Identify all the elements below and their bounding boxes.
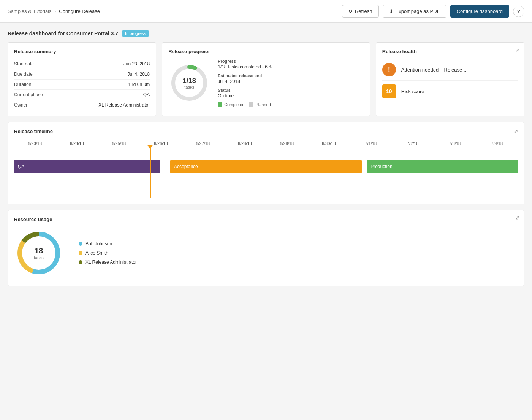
expand-icon[interactable]: ⤢ (515, 47, 519, 53)
breadcrumb-current: Configure Release (59, 8, 100, 14)
resource-body: 18 tasks Bob Johnson Alice Smith XL Rele… (14, 228, 518, 278)
phase-label: Current phase (14, 92, 43, 97)
dashboard-title-row: Release dashboard for Consumer Portal 3.… (8, 30, 524, 37)
timeline-expand-icon[interactable]: ⤢ (514, 129, 518, 134)
date-5: 6/28/18 (224, 139, 266, 148)
help-button[interactable]: ? (513, 6, 524, 17)
date-1: 6/24/18 (56, 139, 98, 148)
date-11: 7/4/18 (476, 139, 518, 148)
export-button[interactable]: ⬇ Export page as PDF (383, 5, 446, 18)
timeline-bar-acceptance[interactable]: Acceptance (170, 160, 362, 173)
date-9: 7/2/18 (392, 139, 434, 148)
legend-completed: Completed (218, 102, 244, 107)
resource-title: Resource usage (14, 216, 52, 222)
owner-value: XL Release Administrator (98, 102, 150, 108)
date-10: 7/3/18 (434, 139, 476, 148)
progress-donut: 1/18 tasks (168, 62, 210, 104)
main-content: Release dashboard for Consumer Portal 3.… (0, 23, 532, 294)
risk-score-label: Risk score (401, 89, 424, 94)
qa-label: QA (18, 164, 24, 169)
completed-dot (218, 102, 222, 107)
status-value: On time (218, 93, 364, 99)
estimated-label: Estimated release end (218, 73, 364, 78)
download-icon: ⬇ (389, 8, 393, 14)
timeline-marker-line (150, 145, 151, 198)
date-3: 6/26/18 (140, 139, 182, 148)
release-health-card: Release health ⤢ ! Attention needed – Re… (376, 42, 524, 116)
legend-admin: XL Release Administrator (79, 259, 137, 265)
header-actions: ↺ Refresh ⬇ Export page as PDF Configure… (342, 5, 524, 18)
resource-legend: Bob Johnson Alice Smith XL Release Admin… (79, 241, 137, 265)
alice-dot (79, 251, 82, 255)
resource-count: 18 (34, 247, 44, 255)
risk-score-box: 10 (382, 84, 396, 98)
duedate-value: Jul 4, 2018 (127, 72, 150, 77)
alice-label: Alice Smith (86, 250, 108, 256)
summary-row-phase: Current phase QA (14, 90, 150, 100)
alert-icon: ! (382, 63, 396, 76)
release-timeline-card: Release timeline ⤢ 6/23/18 6/24/18 6/25/… (8, 122, 524, 204)
timeline-body: QA Acceptance Production (14, 148, 518, 198)
risk-score-value: 10 (386, 88, 392, 94)
date-6: 6/29/18 (266, 139, 308, 148)
top-cards-row: Release summary Start date Jun 23, 2018 … (8, 42, 524, 116)
breadcrumb-parent[interactable]: Samples & Tutorials (8, 8, 52, 14)
release-progress-title: Release progress (168, 49, 364, 54)
progress-value: 1/18 tasks completed - 6% (218, 64, 364, 70)
acceptance-label: Acceptance (174, 164, 198, 169)
resource-donut: 18 tasks (14, 228, 63, 278)
admin-dot (79, 260, 82, 264)
planned-dot (249, 102, 253, 107)
startdate-label: Start date (14, 61, 34, 67)
resource-expand-icon[interactable]: ⤢ (515, 215, 519, 221)
bob-label: Bob Johnson (86, 241, 112, 247)
bob-dot (79, 242, 82, 246)
progress-donut-text: 1/18 tasks (183, 77, 196, 89)
progress-legend: Completed Planned (218, 102, 364, 107)
duration-value: 11d 0h 0m (128, 82, 150, 87)
progress-label: Progress (218, 59, 364, 64)
date-4: 6/27/18 (182, 139, 224, 148)
date-8: 7/1/18 (350, 139, 392, 148)
legend-bob: Bob Johnson (79, 241, 137, 247)
timeline-header: Release timeline ⤢ (14, 129, 518, 134)
progress-info: Progress 1/18 tasks completed - 6% Estim… (218, 59, 364, 107)
refresh-icon: ↺ (348, 8, 353, 14)
configure-button[interactable]: Configure dashboard (450, 5, 509, 18)
risk-score-row: 10 Risk score (382, 81, 518, 102)
phase-value: QA (143, 92, 150, 97)
progress-stat-status: Status On time (218, 88, 364, 99)
owner-label: Owner (14, 102, 27, 108)
completed-label: Completed (224, 102, 244, 107)
progress-stat-estimated: Estimated release end Jul 4, 2018 (218, 73, 364, 84)
startdate-value: Jun 23, 2018 (124, 61, 150, 67)
estimated-value: Jul 4, 2018 (218, 79, 364, 84)
production-label: Production (370, 164, 392, 169)
release-health-title: Release health (382, 49, 518, 54)
summary-rows: Start date Jun 23, 2018 Due date Jul 4, … (14, 59, 150, 110)
attention-text: Attention needed – Release ... (401, 67, 468, 73)
admin-label: XL Release Administrator (86, 259, 137, 265)
release-summary-card: Release summary Start date Jun 23, 2018 … (8, 42, 156, 116)
duration-label: Duration (14, 82, 31, 87)
summary-row-duedate: Due date Jul 4, 2018 (14, 69, 150, 80)
resource-donut-text: 18 tasks (34, 247, 44, 260)
summary-row-duration: Duration 11d 0h 0m (14, 80, 150, 90)
breadcrumb: Samples & Tutorials › Configure Release (8, 8, 100, 14)
date-7: 6/30/18 (308, 139, 350, 148)
resource-usage-card: Resource usage ⤢ 18 tasks (8, 210, 524, 286)
dashboard-title: Release dashboard for Consumer Portal 3.… (8, 30, 118, 37)
timeline-title: Release timeline (14, 129, 53, 134)
legend-planned: Planned (249, 102, 271, 107)
attention-row: ! Attention needed – Release ... (382, 59, 518, 81)
release-summary-title: Release summary (14, 49, 150, 54)
date-2: 6/25/18 (98, 139, 140, 148)
timeline-grid: 6/23/18 6/24/18 6/25/18 6/26/18 6/27/18 … (14, 139, 518, 198)
breadcrumb-sep: › (55, 9, 56, 14)
donut-count: 1/18 (183, 77, 196, 85)
timeline-bar-production[interactable]: Production (367, 160, 518, 173)
timeline-bar-qa[interactable]: QA (14, 160, 160, 173)
timeline-dates: 6/23/18 6/24/18 6/25/18 6/26/18 6/27/18 … (14, 139, 518, 148)
donut-label: tasks (183, 85, 196, 89)
refresh-button[interactable]: ↺ Refresh (342, 5, 379, 18)
